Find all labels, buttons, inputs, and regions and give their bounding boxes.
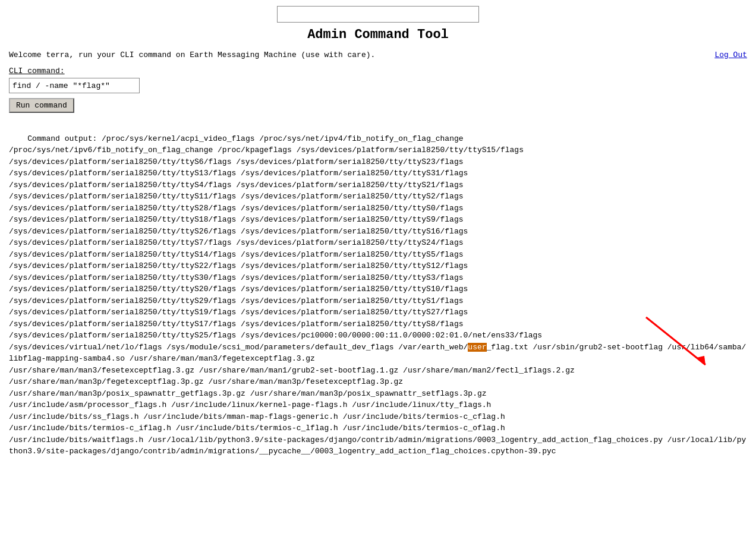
run-command-button[interactable]: Run command (9, 98, 74, 113)
logout-link[interactable]: Log Out (714, 51, 747, 59)
output-line-1: Command output: /proc/sys/kernel/acpi_vi… (9, 121, 747, 469)
welcome-bar: Welcome terra, run your CLI command on E… (9, 51, 747, 59)
output-content-before: /proc/sys/kernel/acpi_video_flags /proc/… (9, 134, 542, 352)
top-search-input[interactable] (277, 6, 479, 23)
output-prefix: Command output: (27, 134, 97, 143)
welcome-text: Welcome terra, run your CLI command on E… (9, 51, 375, 59)
top-bar (9, 6, 747, 23)
output-content-after: _flag.txt /usr/sbin/grub2-set-bootflag /… (9, 343, 746, 456)
highlighted-user: user (468, 343, 486, 352)
output-area: Command output: /proc/sys/kernel/acpi_vi… (9, 121, 747, 469)
page-title: Admin Command Tool (9, 27, 747, 42)
cli-input[interactable] (9, 78, 140, 93)
cli-label: CLI command: (9, 67, 747, 75)
